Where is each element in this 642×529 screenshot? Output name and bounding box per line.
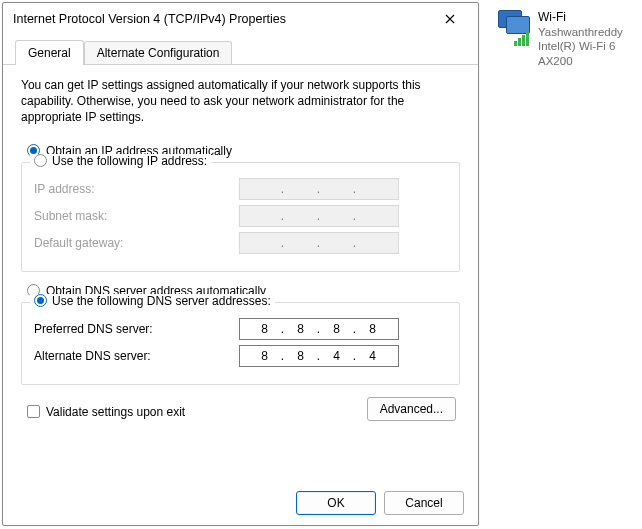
checkbox-icon — [27, 405, 40, 418]
description-text: You can get IP settings assigned automat… — [21, 77, 460, 126]
radio-ip-manual[interactable]: Use the following IP address: — [30, 154, 211, 168]
preferred-dns-label: Preferred DNS server: — [34, 322, 239, 336]
network-adapter-item[interactable]: Wi-Fi Yashwanthreddy Intel(R) Wi-Fi 6 AX… — [498, 10, 638, 68]
default-gateway-label: Default gateway: — [34, 236, 239, 250]
adapter-status: Yashwanthreddy — [538, 25, 638, 39]
advanced-button[interactable]: Advanced... — [367, 397, 456, 421]
ok-button[interactable]: OK — [296, 491, 376, 515]
radio-icon — [34, 154, 47, 167]
alternate-dns-input[interactable]: 8. 8. 4. 4 — [239, 345, 399, 367]
radio-dns-manual[interactable]: Use the following DNS server addresses: — [30, 294, 275, 308]
default-gateway-input: . . . — [239, 232, 399, 254]
ip-manual-group: Use the following IP address: IP address… — [21, 162, 460, 272]
ip-address-label: IP address: — [34, 182, 239, 196]
alternate-dns-label: Alternate DNS server: — [34, 349, 239, 363]
dns-manual-group: Use the following DNS server addresses: … — [21, 302, 460, 385]
checkbox-label: Validate settings upon exit — [46, 405, 185, 419]
validate-checkbox[interactable]: Validate settings upon exit — [27, 405, 185, 419]
radio-icon — [34, 294, 47, 307]
dialog-title: Internet Protocol Version 4 (TCP/IPv4) P… — [13, 12, 428, 26]
close-icon — [445, 14, 455, 24]
dialog-body: You can get IP settings assigned automat… — [3, 65, 478, 429]
cancel-button[interactable]: Cancel — [384, 491, 464, 515]
subnet-mask-input: . . . — [239, 205, 399, 227]
radio-label: Use the following DNS server addresses: — [52, 294, 271, 308]
adapter-device: Intel(R) Wi-Fi 6 AX200 — [538, 39, 638, 68]
close-button[interactable] — [428, 5, 472, 33]
wifi-adapter-icon — [498, 10, 532, 44]
preferred-dns-input[interactable]: 8. 8. 8. 8 — [239, 318, 399, 340]
radio-label: Use the following IP address: — [52, 154, 207, 168]
adapter-name: Wi-Fi — [538, 10, 638, 25]
titlebar: Internet Protocol Version 4 (TCP/IPv4) P… — [3, 3, 478, 35]
tab-alternate-configuration[interactable]: Alternate Configuration — [84, 41, 233, 64]
subnet-mask-label: Subnet mask: — [34, 209, 239, 223]
ip-address-input: . . . — [239, 178, 399, 200]
tab-general[interactable]: General — [15, 40, 84, 65]
dialog-button-row: OK Cancel — [296, 491, 464, 515]
ipv4-properties-dialog: Internet Protocol Version 4 (TCP/IPv4) P… — [2, 2, 479, 526]
tab-strip: General Alternate Configuration — [3, 35, 478, 65]
